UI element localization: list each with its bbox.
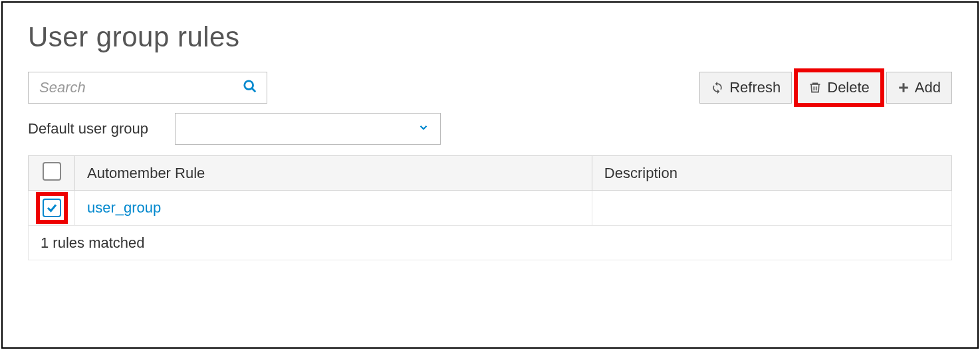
select-all-checkbox[interactable] <box>43 162 61 181</box>
refresh-icon <box>711 81 724 94</box>
select-all-header <box>29 156 75 191</box>
rule-link[interactable]: user_group <box>87 199 161 216</box>
action-buttons: Refresh Delete <box>699 72 952 104</box>
toolbar-row: Refresh Delete <box>28 72 952 104</box>
column-header-rule: Automember Rule <box>75 156 592 191</box>
column-header-description: Description <box>592 156 951 191</box>
default-group-row: Default user group <box>28 113 952 145</box>
default-group-label: Default user group <box>28 120 148 137</box>
row-checkbox[interactable] <box>43 199 61 217</box>
svg-line-1 <box>252 88 256 92</box>
delete-label: Delete <box>827 79 870 96</box>
search-input[interactable] <box>29 72 233 103</box>
row-description-cell <box>592 191 951 226</box>
rules-matched-label: 1 rules matched <box>29 226 952 260</box>
refresh-label: Refresh <box>729 79 781 96</box>
svg-point-0 <box>245 81 253 90</box>
search-icon <box>243 79 257 96</box>
table-footer-row: 1 rules matched <box>29 226 952 260</box>
row-checkbox-highlight <box>40 196 64 220</box>
default-group-select[interactable] <box>175 113 441 145</box>
row-check-cell <box>29 191 75 226</box>
page-title: User group rules <box>28 21 952 53</box>
add-button[interactable]: Add <box>886 72 952 104</box>
table-header-row: Automember Rule Description <box>29 156 952 191</box>
delete-button[interactable]: Delete <box>797 72 881 104</box>
search-box <box>28 72 267 104</box>
svg-rect-5 <box>899 87 908 89</box>
chevron-down-icon <box>418 122 429 136</box>
trash-icon <box>808 81 822 94</box>
plus-icon <box>898 82 910 94</box>
table-row: user_group <box>29 191 952 226</box>
rules-table: Automember Rule Description user_group <box>28 155 952 260</box>
add-label: Add <box>915 79 941 96</box>
row-rule-cell: user_group <box>75 191 592 226</box>
search-button[interactable] <box>233 72 267 103</box>
page-frame: User group rules Refresh <box>1 1 979 349</box>
refresh-button[interactable]: Refresh <box>699 72 792 104</box>
